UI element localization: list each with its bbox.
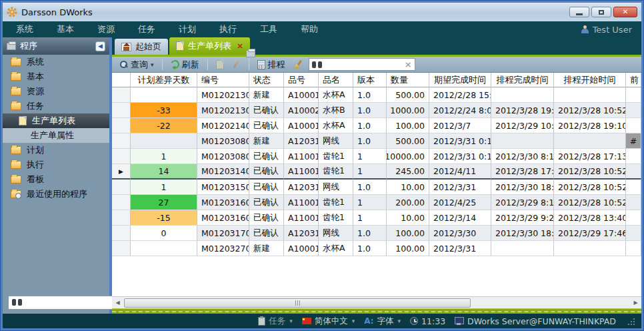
cell-id[interactable]: M012031602 xyxy=(197,210,249,226)
cell-sched_end[interactable]: 2012/3/30 18:00 xyxy=(491,226,554,241)
cell-status[interactable]: 已确认 xyxy=(249,118,284,133)
cell-sched_start[interactable]: 2012/3/29 17:46 xyxy=(554,226,626,241)
cell-item_no[interactable]: A11001 xyxy=(284,195,319,210)
windows-list-icon[interactable] xyxy=(246,50,255,57)
cell-due[interactable]: 2012/3/30 xyxy=(429,226,491,241)
cell-extra[interactable] xyxy=(626,103,641,118)
column-header-品名[interactable]: 品名 xyxy=(319,73,353,87)
cell-due[interactable]: 2012/2/24 8:00 xyxy=(429,103,491,118)
table-row[interactable]: M012030801新建A12031网线1.0500.002012/3/31 0… xyxy=(112,133,641,149)
cell-status[interactable]: 已确认 xyxy=(249,103,284,118)
row-selector[interactable] xyxy=(112,195,131,210)
cell-due[interactable]: 2012/3/31 0:17 xyxy=(429,149,491,164)
cell-item_no[interactable]: A11001 xyxy=(284,164,319,180)
cell-extra[interactable] xyxy=(626,149,641,164)
row-selector[interactable] xyxy=(112,118,131,133)
minimize-button[interactable] xyxy=(569,7,589,17)
cell-diff[interactable]: 1 xyxy=(131,149,197,164)
cell-item_name[interactable]: 网线 xyxy=(319,180,353,195)
status-字体[interactable]: A:字体▾ xyxy=(364,316,401,327)
cell-sched_start[interactable] xyxy=(554,241,626,256)
cell-item_name[interactable]: 水杯A xyxy=(319,87,353,103)
cell-item_no[interactable]: A11001 xyxy=(284,210,319,226)
row-selector[interactable] xyxy=(112,87,131,103)
cell-status[interactable]: 新建 xyxy=(249,133,284,149)
chevron-down-icon[interactable]: ▾ xyxy=(352,318,355,324)
sidebar-item-生产单列表[interactable]: 生产单列表 xyxy=(3,113,109,128)
cell-diff[interactable]: 27 xyxy=(131,195,197,210)
table-row[interactable]: 0M012031701已确认A12031网线1.0100.002012/3/30… xyxy=(112,226,641,241)
new-button[interactable] xyxy=(214,59,226,70)
user-menu[interactable]: Test User xyxy=(581,25,632,35)
column-header-期望完成时间[interactable]: 期望完成时间 xyxy=(429,73,491,87)
cell-version[interactable]: 1.0 xyxy=(353,103,387,118)
cell-item_no[interactable]: A10001 xyxy=(284,241,319,256)
cell-diff[interactable]: 14 xyxy=(131,164,197,180)
cell-due[interactable]: 2012/2/28 15:00 xyxy=(429,87,491,103)
sidebar-item-生产单属性[interactable]: 生产单属性 xyxy=(3,128,109,143)
cell-status[interactable]: 已确认 xyxy=(249,164,284,180)
cell-item_name[interactable]: 齿轮1 xyxy=(319,210,353,226)
table-row[interactable]: 27M012031601已确认A11001齿轮11200.002012/4/25… xyxy=(112,195,641,210)
cell-status[interactable]: 已确认 xyxy=(249,180,284,195)
sidebar-collapse-button[interactable]: ◀ xyxy=(95,41,105,51)
cell-id[interactable]: M012021401 xyxy=(197,118,249,133)
cell-sched_end[interactable]: 2012/3/29 9:20 xyxy=(491,210,554,226)
cell-version[interactable]: 1 xyxy=(353,149,387,164)
menu-item-计划[interactable]: 计划 xyxy=(175,22,200,37)
cell-version[interactable]: 1 xyxy=(353,210,387,226)
cell-item_no[interactable]: A12031 xyxy=(284,180,319,195)
cell-id[interactable]: M012031701 xyxy=(197,226,249,241)
cell-diff[interactable]: -33 xyxy=(131,103,197,118)
row-selector[interactable] xyxy=(112,180,131,195)
cell-status[interactable]: 已确认 xyxy=(249,195,284,210)
cell-sched_end[interactable]: 2012/3/30 8:15 xyxy=(491,149,554,164)
cell-item_name[interactable]: 齿轮1 xyxy=(319,164,353,180)
cell-version[interactable]: 1 xyxy=(353,164,387,180)
cell-item_no[interactable]: A10001 xyxy=(284,87,319,103)
column-header-编号[interactable]: 编号 xyxy=(197,73,249,87)
sidebar-item-资源[interactable]: 资源 xyxy=(3,84,109,99)
column-header-版本[interactable]: 版本 xyxy=(353,73,387,87)
table-row[interactable]: ▶14M012031402已确认A11001齿轮11245.002012/4/1… xyxy=(112,164,641,180)
cell-diff[interactable] xyxy=(131,241,197,256)
cell-id[interactable]: M012030802 xyxy=(197,149,249,164)
schedule-button[interactable]: 排程 xyxy=(255,58,287,71)
cell-extra[interactable] xyxy=(626,241,641,256)
cell-diff[interactable]: 1 xyxy=(131,180,197,195)
cell-diff[interactable]: 0 xyxy=(131,226,197,241)
cell-due[interactable]: 2012/4/11 xyxy=(429,164,491,180)
row-selector[interactable] xyxy=(112,103,131,118)
column-header-数量[interactable]: 数量 xyxy=(387,73,429,87)
cell-item_name[interactable]: 齿轮1 xyxy=(319,195,353,210)
clean-button[interactable] xyxy=(291,59,305,70)
restore-button[interactable] xyxy=(591,7,611,17)
cell-sched_start[interactable] xyxy=(554,133,626,149)
cell-extra[interactable] xyxy=(626,195,641,210)
cell-qty[interactable]: 100.00 xyxy=(387,226,429,241)
cell-qty[interactable]: 245.00 xyxy=(387,164,429,180)
status-简体中文[interactable]: 简体中文▾ xyxy=(302,316,355,327)
sidebar-item-执行[interactable]: 执行 xyxy=(3,157,109,172)
cell-version[interactable]: 1.0 xyxy=(353,226,387,241)
cell-qty[interactable]: 10.00 xyxy=(387,210,429,226)
column-header-计划差异天数[interactable]: 计划差异天数 xyxy=(131,73,197,87)
cell-qty[interactable]: 10000.00 xyxy=(387,149,429,164)
scroll-left-icon[interactable]: ◀ xyxy=(112,298,123,308)
cell-version[interactable]: 1.0 xyxy=(353,87,387,103)
sidebar-item-任务[interactable]: 任务 xyxy=(3,99,109,113)
sidebar-item-看板[interactable]: 看板 xyxy=(3,172,109,187)
sidebar-item-计划[interactable]: 计划 xyxy=(3,143,109,157)
table-row[interactable]: 1M012030802已确认A11001齿轮1110000.002012/3/3… xyxy=(112,149,641,164)
cell-sched_end[interactable] xyxy=(491,87,554,103)
table-row[interactable]: -15M012031602已确认A11001齿轮1110.002012/3/14… xyxy=(112,210,641,226)
cell-sched_start[interactable]: 2012/3/28 17:13 xyxy=(554,149,626,164)
menu-item-基本[interactable]: 基本 xyxy=(53,22,78,37)
cell-id[interactable]: M012031402 xyxy=(197,164,249,180)
cell-sched_start[interactable]: 2012/3/28 10:52 xyxy=(554,103,626,118)
column-header-排程开始时间[interactable]: 排程开始时间 xyxy=(554,73,626,87)
table-row[interactable]: 1M012031501已确认A12031网线1.010.002012/3/312… xyxy=(112,180,641,195)
row-selector[interactable] xyxy=(112,149,131,164)
cell-id[interactable]: M012030801 xyxy=(197,133,249,149)
tab-起始页[interactable]: 起始页 xyxy=(115,39,168,55)
